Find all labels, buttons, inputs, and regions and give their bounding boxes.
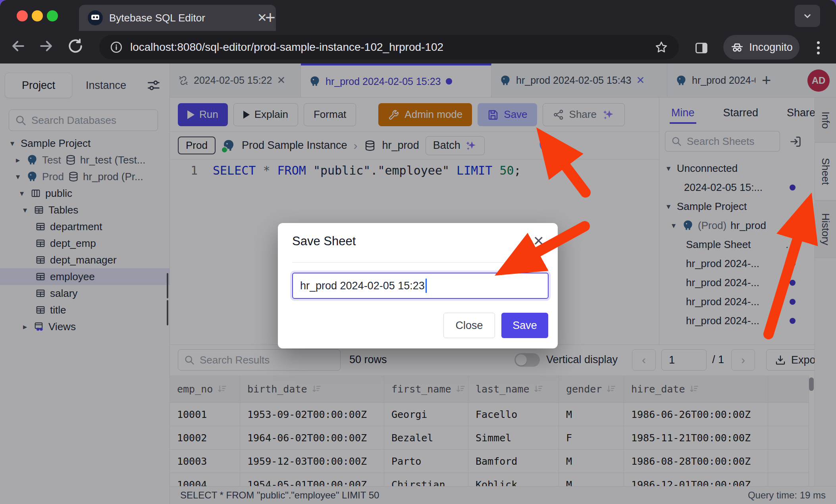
side-panel-icon[interactable]: [694, 40, 709, 56]
new-tab-button[interactable]: +: [265, 9, 275, 26]
dialog-close-icon[interactable]: ✕: [533, 234, 545, 248]
bytebase-app: Project Instance Search Databases ▾ Samp…: [0, 63, 836, 504]
url-bar[interactable]: localhost:8080/sql-editor/prod-sample-in…: [99, 35, 679, 60]
incognito-icon: [730, 40, 744, 54]
url-text: localhost:8080/sql-editor/prod-sample-in…: [130, 41, 443, 54]
minimize-window-button[interactable]: [32, 10, 43, 21]
browser-tab[interactable]: Bytebase SQL Editor ✕: [79, 5, 276, 31]
tab-search-chevron-button[interactable]: [795, 5, 820, 27]
site-info-icon[interactable]: [110, 40, 123, 54]
dialog-close-button[interactable]: Close: [443, 313, 495, 338]
bookmark-star-icon[interactable]: [654, 40, 668, 54]
dialog-save-button[interactable]: Save: [501, 313, 548, 338]
forward-button[interactable]: [37, 37, 57, 57]
dialog-divider: [292, 262, 543, 263]
bytebase-favicon: [88, 10, 103, 25]
browser-window: Bytebase SQL Editor ✕ + localhost:8080/s…: [0, 0, 836, 504]
incognito-badge: Incognito: [723, 35, 799, 60]
sheet-name-input[interactable]: hr_prod 2024-02-05 15:23: [292, 273, 549, 299]
close-window-button[interactable]: [17, 10, 28, 21]
text-cursor: [426, 279, 427, 293]
maximize-window-button[interactable]: [47, 10, 58, 21]
browser-menu-icon[interactable]: [816, 39, 820, 57]
chevron-down-icon: [801, 10, 813, 22]
incognito-label: Incognito: [749, 41, 793, 54]
browser-tab-title: Bytebase SQL Editor: [109, 12, 205, 24]
dialog-title: Save Sheet: [292, 234, 356, 248]
back-button[interactable]: [10, 37, 29, 57]
reload-button[interactable]: [67, 37, 87, 57]
save-sheet-dialog: Save Sheet ✕ hr_prod 2024-02-05 15:23 Cl…: [278, 223, 558, 348]
browser-chrome: Bytebase SQL Editor ✕ + localhost:8080/s…: [0, 0, 836, 63]
